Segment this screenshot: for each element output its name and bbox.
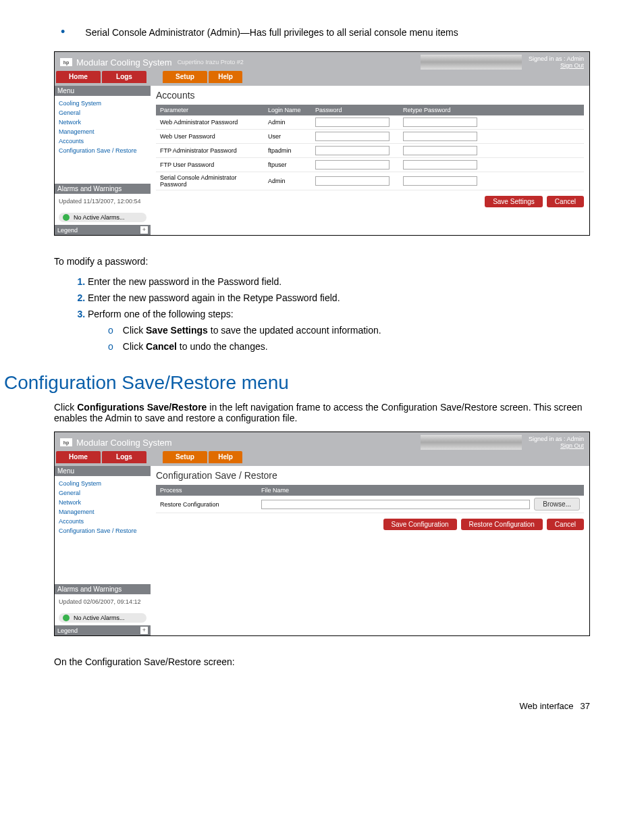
- browse-button[interactable]: Browse...: [534, 498, 580, 511]
- tab-row: Home Logs Setup Help: [55, 71, 589, 86]
- plus-icon[interactable]: +: [140, 627, 148, 634]
- section-paragraph: Click Configurations Save/Restore in the…: [54, 402, 590, 423]
- tab-logs[interactable]: Logs: [102, 71, 146, 83]
- tab-help[interactable]: Help: [209, 451, 242, 463]
- sidebar-item-management[interactable]: Management: [59, 507, 146, 517]
- cell-param: Web User Password: [156, 130, 264, 144]
- cell-login: ftpuser: [264, 158, 311, 172]
- no-alarms-text: No Active Alarms...: [74, 214, 125, 221]
- sidebar-item-accounts[interactable]: Accounts: [59, 517, 146, 526]
- sign-out-link[interactable]: Sign Out: [529, 62, 584, 69]
- restore-configuration-button[interactable]: Restore Configuration: [461, 519, 543, 530]
- signed-in-label: Signed in as : Admin: [529, 55, 584, 62]
- sidebar-item-management[interactable]: Management: [59, 127, 146, 136]
- table-row: Web Administrator Password Admin: [156, 115, 584, 130]
- config-table: Process File Name Restore Configuration …: [156, 485, 584, 513]
- sidebar-item-network[interactable]: Network: [59, 118, 146, 127]
- step-3: Perform one of the following steps: o Cl…: [88, 306, 590, 357]
- cancel-button[interactable]: Cancel: [547, 196, 584, 207]
- col-filename: File Name: [257, 485, 584, 496]
- app-header: hp Modular Cooling System Cupertino Iraz…: [55, 52, 589, 71]
- header-image: [421, 55, 522, 70]
- main-panel: Configuration Save / Restore Process Fil…: [151, 466, 589, 635]
- bullet-dot: •: [61, 27, 65, 38]
- sign-out-link[interactable]: Sign Out: [529, 442, 584, 449]
- hp-logo-icon: hp: [60, 58, 72, 66]
- main-title: Configuration Save / Restore: [156, 470, 584, 481]
- footer-label: Web interface: [520, 701, 574, 711]
- retype-password-input[interactable]: [403, 132, 477, 141]
- sidebar-item-cooling[interactable]: Cooling System: [59, 99, 146, 108]
- sidebar-item-cooling[interactable]: Cooling System: [59, 479, 146, 488]
- alarms-updated: Updated 02/06/2007, 09:14:12: [59, 597, 146, 606]
- sidebar: Menu Cooling System General Network Mana…: [55, 86, 151, 235]
- tab-help[interactable]: Help: [209, 71, 242, 83]
- sidebar-item-accounts[interactable]: Accounts: [59, 136, 146, 146]
- alarms-header: Alarms and Warnings: [55, 584, 151, 594]
- section-heading: Configuration Save/Restore menu: [4, 372, 590, 394]
- save-settings-button[interactable]: Save Settings: [485, 196, 543, 207]
- retype-password-input[interactable]: [403, 146, 477, 155]
- plus-icon[interactable]: +: [140, 226, 148, 234]
- sidebar: Menu Cooling System General Network Mana…: [55, 466, 151, 635]
- save-configuration-button[interactable]: Save Configuration: [383, 519, 457, 530]
- signed-in-block: Signed in as : Admin Sign Out: [529, 436, 584, 449]
- retype-password-input[interactable]: [403, 118, 477, 127]
- hollow-bullet-icon: o: [108, 341, 113, 352]
- header-image: [421, 435, 522, 450]
- app-title: Modular Cooling System: [76, 57, 172, 68]
- tab-setup[interactable]: Setup: [163, 451, 207, 463]
- step-1: Enter the new password in the Password f…: [88, 273, 590, 290]
- sidebar-item-config[interactable]: Configuration Save / Restore: [59, 526, 146, 536]
- col-login: Login Name: [264, 105, 311, 115]
- legend-row[interactable]: Legend +: [55, 625, 151, 635]
- menu-header: Menu: [55, 86, 151, 96]
- retype-password-input[interactable]: [403, 176, 477, 186]
- alarms-updated: Updated 11/13/2007, 12:00:54: [59, 197, 146, 206]
- tab-row: Home Logs Setup Help: [55, 451, 589, 466]
- cell-process: Restore Configuration: [156, 496, 257, 513]
- cancel-button[interactable]: Cancel: [547, 519, 584, 530]
- ok-icon: [63, 615, 70, 621]
- sidebar-item-network[interactable]: Network: [59, 498, 146, 507]
- intro-bullet-row: • Serial Console Administrator (Admin)—H…: [54, 27, 590, 38]
- col-parameter: Parameter: [156, 105, 264, 115]
- cell-param: Web Administrator Password: [156, 115, 264, 130]
- page-footer: Web interface 37: [54, 701, 590, 711]
- filename-input[interactable]: [261, 500, 530, 509]
- retype-password-input[interactable]: [403, 160, 477, 170]
- substep-1: o Click Save Settings to save the update…: [108, 322, 590, 338]
- ok-icon: [63, 214, 70, 221]
- app-header: hp Modular Cooling System Signed in as :…: [55, 432, 589, 451]
- password-input[interactable]: [315, 146, 390, 155]
- cell-login: ftpadmin: [264, 144, 311, 158]
- alarm-status: No Active Alarms...: [59, 213, 146, 222]
- signed-in-block: Signed in as : Admin Sign Out: [529, 55, 584, 69]
- sidebar-item-general[interactable]: General: [59, 108, 146, 118]
- intro-text: Serial Console Administrator (Admin)—Has…: [85, 27, 458, 38]
- cell-login: User: [264, 130, 311, 144]
- password-input[interactable]: [315, 160, 390, 170]
- tab-home[interactable]: Home: [56, 71, 101, 83]
- main-title: Accounts: [156, 90, 584, 101]
- cell-login: Admin: [264, 115, 311, 130]
- cell-param: FTP User Password: [156, 158, 264, 172]
- tab-home[interactable]: Home: [56, 451, 101, 463]
- tab-setup[interactable]: Setup: [163, 71, 207, 83]
- password-input[interactable]: [315, 118, 390, 127]
- password-input[interactable]: [315, 176, 390, 186]
- menu-header: Menu: [55, 466, 151, 476]
- legend-row[interactable]: Legend +: [55, 225, 151, 235]
- tab-logs[interactable]: Logs: [102, 451, 146, 463]
- sidebar-item-config[interactable]: Configuration Save / Restore: [59, 146, 146, 155]
- legend-label: Legend: [57, 627, 78, 634]
- table-row: Serial Console Administrator Password Ad…: [156, 172, 584, 190]
- signed-in-label: Signed in as : Admin: [529, 436, 584, 442]
- hollow-bullet-icon: o: [108, 325, 113, 336]
- no-alarms-text: No Active Alarms...: [74, 615, 125, 621]
- outro-text: On the Configuration Save/Restore screen…: [54, 656, 590, 667]
- accounts-screenshot: hp Modular Cooling System Cupertino Iraz…: [54, 51, 590, 236]
- sidebar-item-general[interactable]: General: [59, 488, 146, 498]
- password-input[interactable]: [315, 132, 390, 141]
- app-subtitle: Cupertino Irazu Proto #2: [178, 59, 244, 66]
